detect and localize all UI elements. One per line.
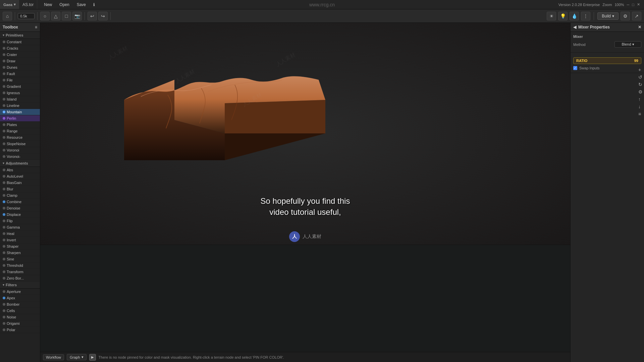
tool-invert[interactable]: Invert	[0, 237, 40, 243]
home-button[interactable]: ⌂	[3, 12, 12, 20]
tool-cells[interactable]: Cells	[0, 308, 40, 314]
tool-island[interactable]: Island	[0, 96, 40, 103]
export-button[interactable]: ↗	[632, 12, 641, 20]
tool-voronoi[interactable]: Voronoi	[0, 147, 40, 154]
redo-button[interactable]: ↪	[98, 12, 108, 20]
tool-dot-combine	[3, 200, 5, 203]
side-btn-3[interactable]: ↻	[638, 82, 643, 87]
tool-heal[interactable]: Heal	[0, 231, 40, 237]
save-button[interactable]: Save	[73, 1, 89, 8]
tool-sine[interactable]: Sine	[0, 256, 40, 262]
bulb-button[interactable]: 💡	[558, 12, 568, 20]
tool-file[interactable]: File	[0, 77, 40, 83]
window-close[interactable]: ✕	[637, 2, 640, 7]
tool-dot-biasgain	[3, 181, 5, 184]
tool-range[interactable]: Range	[0, 128, 40, 134]
tool-gamma[interactable]: Gamma	[0, 224, 40, 231]
side-btn-4[interactable]: ⚙	[638, 89, 643, 95]
tool-aperture[interactable]: Aperture	[0, 289, 40, 295]
window-min[interactable]: ─	[627, 3, 630, 7]
section-primitives[interactable]: ▾ Primitives	[0, 32, 40, 39]
tool-dot-gamma	[3, 226, 5, 229]
side-btn-5[interactable]: ↑	[638, 97, 643, 102]
tool-apex[interactable]: Apex	[0, 295, 40, 301]
panel-collapse-icon[interactable]: ◀	[573, 25, 576, 29]
shape-circle-button[interactable]: ○	[40, 12, 50, 20]
settings-button[interactable]: ⚙	[621, 12, 630, 20]
section-filters[interactable]: ▾ Filters	[0, 282, 40, 289]
tool-blur[interactable]: Blur	[0, 186, 40, 192]
undo-button[interactable]: ↩	[88, 12, 97, 20]
3d-viewport[interactable]: 人人素材 人人素材 人人素材 人人素材 So hopefully you fin…	[40, 23, 570, 245]
tool-zerobor[interactable]: Zero Bor...	[0, 275, 40, 282]
drop-button[interactable]: 💧	[570, 12, 579, 20]
tool-draw[interactable]: Draw	[0, 58, 40, 64]
tool-igneous[interactable]: Igneous	[0, 90, 40, 96]
side-btn-6[interactable]: ↓	[638, 104, 643, 109]
tool-autolevel[interactable]: AutoLevel	[0, 173, 40, 180]
tool-threshold[interactable]: Threshold	[0, 262, 40, 269]
open-button[interactable]: Open	[56, 1, 72, 8]
swap-row: ✓ Swap Inputs	[573, 66, 641, 70]
tool-voronoi2[interactable]: Voronoi-	[0, 154, 40, 160]
side-btn-1[interactable]: +	[638, 67, 643, 72]
tool-bomber[interactable]: Bomber	[0, 301, 40, 308]
tool-denoise[interactable]: Denoise	[0, 205, 40, 212]
tool-lineline[interactable]: Lineline	[0, 103, 40, 109]
tool-dunes[interactable]: Dunes	[0, 64, 40, 71]
watermark-top: www.rrcg.cn	[309, 2, 335, 7]
size-input[interactable]	[18, 13, 35, 19]
tool-crater[interactable]: Crater	[0, 52, 40, 58]
tool-cracks[interactable]: Cracks	[0, 45, 40, 52]
shape-square-button[interactable]: □	[62, 12, 71, 20]
workflow-button[interactable]: Workflow	[43, 354, 64, 360]
tool-sharpen[interactable]: Sharpen	[0, 250, 40, 256]
side-btn-2[interactable]: ↺	[638, 74, 643, 80]
center-area: 人人素材 人人素材 人人素材 人人素材 So hopefully you fin…	[40, 23, 570, 362]
graph-area[interactable]: CliffMask Input Output Mask Slope	[40, 245, 570, 352]
section-adjustments[interactable]: ▾ Adjustments	[0, 160, 40, 167]
tool-abs[interactable]: Abs	[0, 167, 40, 173]
tool-dot-flip	[3, 220, 5, 222]
tool-flip[interactable]: Flip	[0, 218, 40, 224]
new-button[interactable]: New	[41, 1, 55, 8]
build-button[interactable]: Build ▾	[597, 12, 619, 20]
tool-perlin[interactable]: Perlin	[0, 115, 40, 122]
tool-mountain[interactable]: Mountain	[0, 109, 40, 115]
tool-origami[interactable]: Origami	[0, 320, 40, 327]
tool-plates[interactable]: Plates	[0, 122, 40, 128]
tool-clamp[interactable]: Clamp	[0, 192, 40, 199]
tool-transform[interactable]: Transform	[0, 269, 40, 275]
tool-noise[interactable]: Noise	[0, 314, 40, 320]
tool-biasgain[interactable]: BiasGain	[0, 180, 40, 186]
toolbox-menu-icon[interactable]: ≡	[35, 25, 37, 29]
tool-dot-resource	[3, 136, 5, 139]
method-value: Blend	[622, 42, 631, 46]
tool-resource[interactable]: Resource	[0, 134, 40, 141]
play-button[interactable]: ▶	[89, 354, 96, 361]
side-btn-7[interactable]: ≡	[638, 111, 643, 117]
menu-dots-button[interactable]: ⋮	[581, 12, 590, 20]
panel-close-icon[interactable]: ✕	[638, 25, 641, 29]
graph-button[interactable]: Graph ▾	[67, 354, 87, 360]
tool-dot-heal	[3, 232, 5, 235]
tool-slopenoise[interactable]: SlopeNoise	[0, 141, 40, 147]
info-button[interactable]: ℹ	[90, 1, 98, 8]
swap-checkbox[interactable]: ✓	[573, 66, 577, 70]
chevron-down-icon-adj: ▾	[3, 162, 4, 165]
sun-button[interactable]: ☀	[547, 12, 556, 20]
tool-polar[interactable]: Polar	[0, 327, 40, 333]
graph-chevron-icon: ▾	[82, 355, 84, 359]
tool-shaper[interactable]: Shaper	[0, 243, 40, 250]
tool-dot-constant	[3, 41, 5, 43]
tool-gradient[interactable]: Gradient	[0, 83, 40, 90]
tool-displace[interactable]: Displace	[0, 212, 40, 218]
window-max[interactable]: □	[632, 3, 634, 7]
tool-fault[interactable]: Fault	[0, 71, 40, 77]
method-dropdown[interactable]: Blend ▾	[614, 41, 641, 48]
camera-button[interactable]: 📷	[72, 12, 82, 20]
tool-combine[interactable]: Combine	[0, 199, 40, 205]
tool-constant[interactable]: Constant	[0, 39, 40, 45]
shape-triangle-button[interactable]: △	[51, 12, 60, 20]
tool-dot-dunes	[3, 66, 5, 69]
